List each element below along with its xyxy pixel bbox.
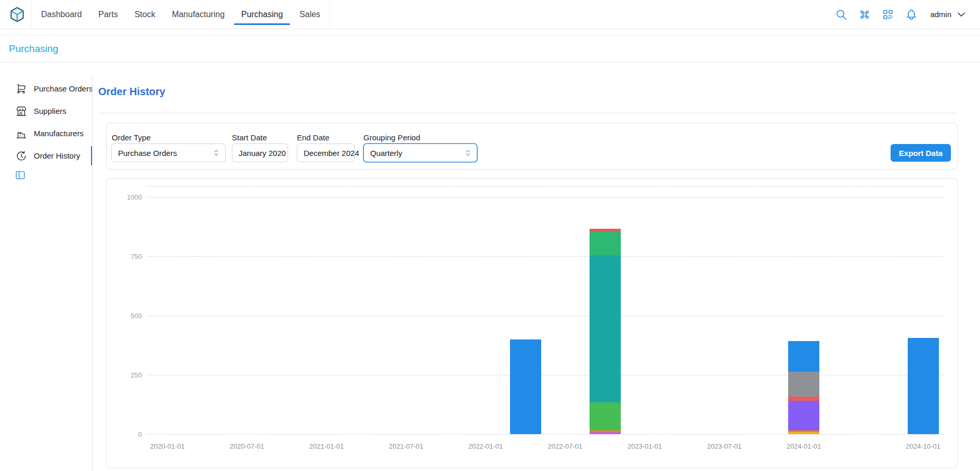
chart-area: 025050075010002020-01-012020-07-012021-0…: [107, 179, 957, 468]
x-axis-tick-label: 2021-07-01: [389, 442, 424, 450]
chevron-selector-icon: [463, 148, 473, 158]
chart-bar-segment: [788, 432, 819, 434]
app-root: Dashboard Parts Stock Manufacturing Purc…: [0, 0, 980, 471]
order-type-select[interactable]: Purchase Orders: [111, 143, 226, 162]
sidebar-item-label: Order History: [34, 151, 80, 160]
main-nav-tabs: Dashboard Parts Stock Manufacturing Purc…: [31, 0, 330, 29]
chart-bar[interactable]: [908, 338, 939, 434]
tab-manufacturing[interactable]: Manufacturing: [164, 0, 233, 29]
chart-bar-segment: [788, 341, 819, 372]
building-store-icon: [16, 106, 27, 117]
sidebar-item-manufacturers[interactable]: Manufacturers: [0, 122, 93, 145]
factory-icon: [16, 128, 27, 139]
search-icon[interactable]: [834, 8, 848, 21]
start-date-value: January 2020: [239, 149, 286, 158]
chart-bar-segment: [788, 372, 819, 397]
grouping-period-select[interactable]: Quarterly: [363, 143, 477, 162]
y-grid-line: [147, 375, 944, 375]
chart-bar-segment: [590, 255, 621, 402]
chart-bar-segment: [590, 232, 621, 256]
section-title: Order History: [98, 86, 165, 98]
start-date-input[interactable]: January 2020: [232, 143, 288, 162]
order-type-label: Order Type: [112, 133, 151, 142]
sidebar-item-label: Manufacturers: [34, 129, 84, 138]
start-date-label: Start Date: [232, 133, 267, 142]
tab-stock[interactable]: Stock: [126, 0, 164, 29]
x-axis-tick-label: 2022-01-01: [468, 442, 503, 450]
top-navbar: Dashboard Parts Stock Manufacturing Purc…: [0, 0, 980, 29]
x-axis-tick-label: 2020-01-01: [150, 442, 185, 450]
tab-sales[interactable]: Sales: [291, 0, 329, 29]
export-data-button[interactable]: Export Data: [891, 144, 951, 162]
shopping-cart-icon: [16, 83, 27, 95]
y-axis-tick-label: 250: [120, 371, 142, 379]
filter-panel: Order Type Purchase Orders Start Date Ja…: [106, 123, 958, 169]
chart-bar-segment: [590, 402, 621, 430]
sidebar-divider: [92, 75, 93, 471]
sidebar-item-order-history[interactable]: Order History: [0, 145, 93, 167]
end-date-label: End Date: [297, 133, 330, 142]
y-axis-tick-label: 0: [120, 430, 142, 438]
chart-bar-segment: [788, 401, 819, 430]
order-history-chart-card: 025050075010002020-01-012020-07-012021-0…: [106, 178, 958, 468]
sidebar-item-label: Purchase Orders: [34, 84, 93, 93]
command-icon[interactable]: [858, 8, 871, 21]
sidebar-item-suppliers[interactable]: Suppliers: [0, 100, 93, 122]
collapse-sidebar-icon[interactable]: [15, 169, 26, 181]
y-axis-tick-label: 500: [120, 312, 142, 320]
x-axis-tick-label: 2023-01-01: [628, 442, 662, 450]
x-axis-tick-label: 2021-01-01: [309, 442, 344, 450]
purchasing-sidebar: Purchase Orders Suppliers: [0, 77, 93, 167]
notifications-icon[interactable]: [905, 8, 918, 21]
inventree-logo-icon[interactable]: [8, 6, 26, 23]
sidebar-item-label: Suppliers: [34, 107, 67, 115]
sidebar-item-purchase-orders[interactable]: Purchase Orders: [0, 77, 93, 100]
tab-dashboard[interactable]: Dashboard: [33, 0, 90, 29]
y-axis-tick-label: 750: [120, 253, 142, 260]
username-label: admin: [930, 10, 951, 19]
grouping-period-value: Quarterly: [370, 149, 402, 158]
user-menu[interactable]: admin: [930, 9, 966, 20]
chart-bar-segment: [788, 397, 819, 401]
y-grid-line: [147, 434, 944, 435]
chart-bar[interactable]: [590, 229, 621, 434]
chevron-selector-icon: [212, 148, 221, 158]
x-axis-tick-label: 2022-07-01: [548, 442, 583, 450]
chart-bar-segment: [908, 338, 939, 434]
chart-bar-segment: [510, 339, 541, 434]
tab-purchasing[interactable]: Purchasing: [233, 0, 291, 29]
chart-bar-segment: [590, 432, 621, 434]
x-axis-tick-label: 2020-07-01: [230, 442, 265, 450]
navbar-actions: admin: [834, 8, 966, 21]
y-axis-tick-label: 1000: [120, 193, 142, 201]
scan-icon[interactable]: [881, 8, 895, 21]
y-grid-line: [147, 197, 944, 198]
history-icon: [16, 150, 27, 162]
x-axis-tick-label: 2024-01-01: [787, 442, 821, 450]
page-title: Purchasing: [9, 43, 58, 55]
grouping-period-label: Grouping Period: [363, 133, 420, 142]
y-grid-line: [147, 316, 944, 316]
section-divider: [98, 113, 956, 113]
x-axis-tick-label: 2024-10-01: [906, 442, 940, 450]
chart-bar[interactable]: [510, 339, 541, 434]
tab-parts[interactable]: Parts: [90, 0, 126, 29]
order-type-value: Purchase Orders: [118, 149, 177, 158]
x-axis-tick-label: 2023-07-01: [707, 442, 742, 450]
plot-top-gridline: [147, 186, 944, 187]
chart-bar[interactable]: [788, 341, 819, 434]
end-date-value: December 2024: [304, 149, 359, 158]
page-header: Purchasing: [0, 35, 980, 62]
end-date-input[interactable]: December 2024: [297, 143, 355, 162]
chevron-down-icon: [956, 9, 966, 20]
y-grid-line: [147, 256, 944, 257]
